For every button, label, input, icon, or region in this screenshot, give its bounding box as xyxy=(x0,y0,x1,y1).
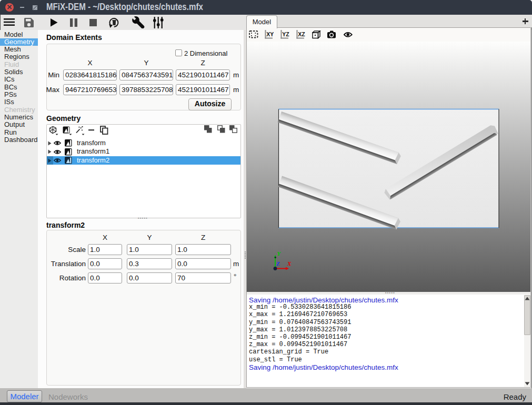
svg-text:X: X xyxy=(287,260,292,267)
svg-text:Y: Y xyxy=(277,250,282,257)
svg-text:XY: XY xyxy=(266,31,274,37)
svg-text:Z: Z xyxy=(276,260,280,267)
svg-text:XZ: XZ xyxy=(298,31,305,37)
svg-text:YZ: YZ xyxy=(282,31,289,37)
